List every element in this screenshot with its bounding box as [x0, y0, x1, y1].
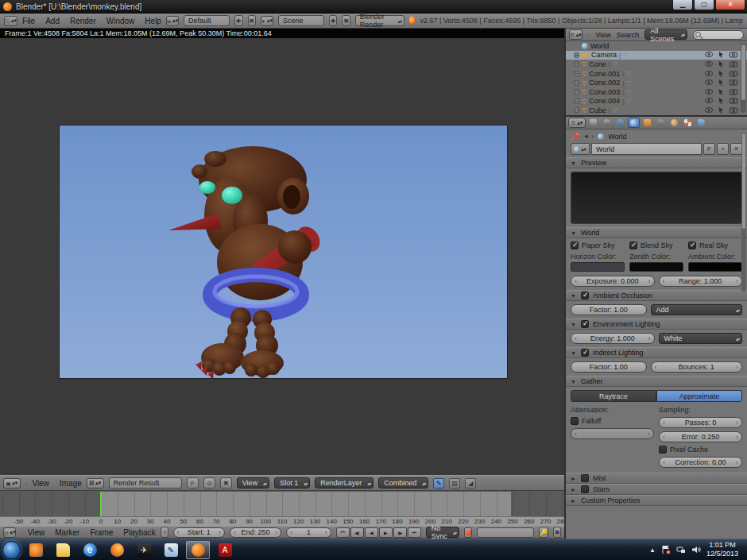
properties-scrollbar[interactable] [741, 133, 746, 292]
renderability-camera-icon[interactable] [730, 79, 737, 86]
timeline-editor-type-button[interactable]: ◷▴▾ [3, 527, 16, 538]
expand-icon[interactable] [574, 61, 579, 67]
renderability-camera-icon[interactable] [730, 61, 737, 68]
next-keyframe-button[interactable]: |▶ [393, 527, 407, 538]
visibility-eye-icon[interactable] [705, 98, 713, 103]
view-mode-select[interactable]: View [237, 477, 269, 489]
play-button[interactable]: ▶ [379, 527, 393, 538]
tab-render[interactable] [587, 118, 599, 128]
stars-checkbox[interactable] [581, 485, 589, 493]
preview-panel-header[interactable]: ▼ Preview [566, 157, 747, 168]
volume-icon[interactable] [691, 545, 701, 554]
scene-name-field[interactable]: Scene [278, 15, 324, 26]
image-unlink-button[interactable]: ✖ [220, 477, 232, 489]
pixel-cache-checkbox[interactable] [659, 446, 667, 454]
renderability-camera-icon[interactable] [730, 71, 737, 77]
environment-lighting-checkbox[interactable] [581, 320, 589, 328]
outliner-search-menu[interactable]: Search [617, 31, 640, 39]
correction-slider[interactable]: Correction: 0.00 [659, 457, 742, 468]
selectability-cursor-icon[interactable] [718, 107, 724, 114]
alpha-checker-toggle[interactable]: ▨ [449, 478, 460, 489]
taskbar-firefox-icon[interactable] [105, 541, 129, 559]
scene-delete-button[interactable]: ✖ [342, 15, 350, 26]
expand-icon[interactable] [574, 52, 579, 58]
selectability-cursor-icon[interactable] [718, 98, 724, 104]
close-button[interactable]: ✕ [715, 0, 745, 10]
render-engine-select[interactable]: Blender Render [355, 15, 404, 26]
outliner-item[interactable]: ▽ Cone.004 | ▽ [566, 97, 747, 106]
current-frame-field[interactable]: 1 [286, 527, 331, 538]
preview-range-icon[interactable]: ◔ [161, 527, 168, 538]
taskbar-blender-icon[interactable] [186, 541, 210, 559]
outliner-scope-select[interactable]: All Scenes [644, 29, 687, 40]
visibility-eye-icon[interactable] [705, 61, 713, 67]
indirect-bounces-slider[interactable]: Bounces: 1 [651, 361, 743, 373]
outliner-editor-type-button[interactable]: ☰▴▾ [569, 29, 583, 40]
editor-type-button[interactable]: ⓘ▴▾ [4, 16, 17, 26]
stars-panel-header[interactable]: ► Stars [566, 484, 747, 495]
taskbar-internet-explorer-icon[interactable]: e [78, 541, 102, 559]
sync-mode-select[interactable]: No Sync [426, 527, 459, 538]
header-collapse-icon[interactable]: ◦ [588, 32, 590, 37]
play-reverse-button[interactable]: ◀ [365, 527, 378, 538]
render-layer-select[interactable]: RenderLayer [315, 477, 374, 489]
menu-item[interactable]: Help [145, 17, 161, 25]
fake-user-button[interactable]: F [187, 477, 199, 489]
scene-add-button[interactable]: ✚ [329, 15, 337, 26]
delete-keyframe-button[interactable]: ✖ [553, 527, 561, 538]
menu-item[interactable]: Frame [90, 528, 113, 537]
auto-keyframe-button[interactable] [464, 527, 472, 538]
error-slider[interactable]: Error: 0.250 [659, 431, 742, 442]
outliner-item-label[interactable]: Cube [589, 106, 606, 114]
outliner-item-label[interactable]: Cone.004 [589, 97, 620, 105]
renderability-camera-icon[interactable] [730, 52, 737, 58]
renderability-camera-icon[interactable] [730, 98, 737, 104]
tab-object[interactable] [641, 118, 653, 128]
image-datablock-field[interactable]: Render Result [109, 477, 182, 489]
outliner-item-label[interactable]: Cone.003 [589, 88, 620, 96]
visibility-eye-icon[interactable] [705, 89, 713, 95]
tab-texture[interactable] [682, 118, 694, 128]
zenith-color-swatch[interactable] [629, 262, 683, 272]
outliner-item-label[interactable]: Cone [589, 60, 606, 68]
maximize-button[interactable]: ▢ [694, 0, 714, 10]
jump-to-end-button[interactable]: ⏭ [408, 527, 421, 538]
falloff-checkbox[interactable] [571, 417, 579, 425]
world-panel-header[interactable]: ▼ World [566, 227, 747, 238]
menu-item[interactable]: View [32, 479, 49, 488]
jump-to-start-button[interactable]: ⏮ [336, 527, 350, 538]
menu-item[interactable]: Render [70, 17, 96, 25]
indirect-lighting-checkbox[interactable] [581, 349, 589, 357]
expand-icon[interactable] [574, 71, 579, 76]
render-pass-select[interactable]: Combined [378, 477, 428, 489]
color-ramp-icon[interactable]: ◢ [465, 478, 476, 489]
renderability-camera-icon[interactable] [730, 107, 737, 114]
tab-render-layers[interactable] [614, 118, 626, 128]
image-editor-canvas[interactable] [0, 38, 564, 475]
expand-icon[interactable] [574, 107, 579, 113]
ao-factor-field[interactable]: Factor: 1.00 [571, 304, 647, 315]
menu-item[interactable]: View [28, 528, 45, 537]
horizon-color-swatch[interactable] [571, 262, 625, 272]
outliner-item[interactable]: ▽ Camera | ▽ [566, 51, 747, 60]
outliner-item[interactable]: ▽ Cube | ▽ [566, 106, 747, 115]
outliner-item-label[interactable]: World [590, 42, 609, 50]
network-icon[interactable] [676, 545, 686, 554]
passes-slider[interactable]: Passes: 0 [659, 417, 742, 428]
world-fake-user-button[interactable]: F [703, 143, 715, 155]
selectability-cursor-icon[interactable] [718, 71, 724, 77]
start-button[interactable] [2, 541, 21, 559]
tab-constraints[interactable] [655, 118, 667, 128]
minimize-button[interactable]: ▁ [672, 0, 693, 10]
range-slider[interactable]: Range: 1.000 [659, 276, 743, 287]
ambient-color-swatch[interactable] [688, 262, 742, 272]
layout-name-field[interactable]: Default [184, 15, 230, 26]
menu-item[interactable]: Image [60, 479, 82, 488]
outliner-item[interactable]: ▽ World | ▽ [566, 41, 747, 51]
timeline-current-frame-cursor[interactable] [100, 492, 102, 516]
taskbar-adobe-reader-icon[interactable]: A [213, 541, 237, 559]
frame-end-field[interactable]: End: 250 [230, 527, 281, 538]
outliner-item[interactable]: ▽ Cone.001 | ▽ [566, 69, 747, 79]
timeline-ruler[interactable]: -50-40-30-20-100102030405060708090100110… [0, 516, 564, 526]
image-pin-button[interactable]: ⊙ [203, 477, 215, 489]
